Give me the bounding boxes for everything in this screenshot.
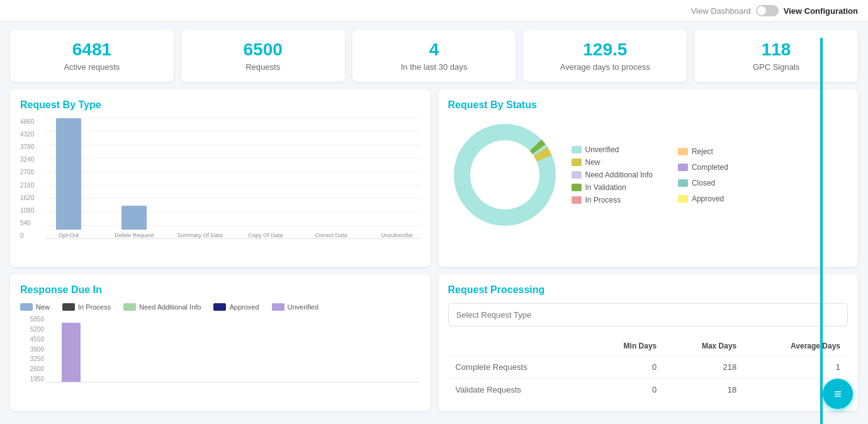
- y-label: 2600: [20, 365, 44, 372]
- bar-label: Correct Data: [315, 232, 347, 238]
- legend-label: In Process: [78, 303, 111, 311]
- bar-column: [239, 316, 291, 382]
- table-header: Min Days: [587, 337, 665, 356]
- legend-box: [20, 303, 33, 311]
- stat-label: In the last 30 days: [363, 62, 506, 72]
- legend-item-inline: Unverified: [272, 303, 319, 311]
- legend-label: Need Additional Info: [585, 170, 653, 179]
- y-label: 5850: [20, 316, 44, 323]
- bar-column: Correct Data: [308, 118, 354, 238]
- legend-item: Approved: [678, 192, 728, 204]
- request-by-status-card: Request By Status Unverified New Need Ad…: [438, 89, 859, 267]
- stat-card: 118 GPC Signals: [694, 30, 858, 82]
- bar-column: Summary Of Data: [177, 118, 223, 238]
- legend-item: New: [572, 158, 653, 167]
- legend-box: [213, 303, 226, 311]
- legend-item: Unverified: [572, 145, 653, 154]
- table-row: Complete Requests02181: [448, 356, 848, 379]
- legend-label: In Validation: [585, 183, 626, 192]
- request-processing-title: Request Processing: [448, 284, 848, 296]
- legend-label: New: [36, 303, 50, 311]
- row-value: 1: [744, 356, 848, 379]
- top-nav: View Dashboard View Configuration: [0, 0, 868, 22]
- y-label: 540: [20, 220, 42, 226]
- stat-label: Active requests: [20, 62, 164, 72]
- bar-label: Copy Of Data: [249, 232, 283, 238]
- legend-dot: [678, 195, 688, 203]
- y-label: 2160: [20, 182, 42, 189]
- stat-label: Average days to process: [533, 62, 677, 72]
- main-content: Request By Type 054010801620216027003240…: [0, 89, 868, 418]
- row-label: Complete Requests: [448, 356, 587, 379]
- y-label: 1950: [20, 376, 44, 382]
- stat-card: 6500 Requests: [181, 30, 345, 82]
- stat-card: 4 In the last 30 days: [352, 30, 516, 82]
- fab-icon: ≡: [834, 387, 842, 401]
- table-row: Validate Requests0181: [448, 379, 848, 401]
- dashboard-config-toggle[interactable]: [756, 5, 779, 16]
- bar-column: [110, 316, 162, 382]
- y-label: 3780: [20, 143, 42, 150]
- row-value: 18: [664, 379, 744, 401]
- stat-card: 129.5 Average days to process: [523, 30, 687, 82]
- legend-dot: [572, 146, 582, 153]
- legend-label: Unverified: [585, 145, 619, 154]
- legend-dot: [678, 148, 688, 155]
- request-by-type-title: Request By Type: [20, 99, 420, 111]
- stat-value: 6481: [20, 40, 164, 60]
- view-configuration-label[interactable]: View Configuration: [784, 6, 858, 16]
- legend-dot: [572, 171, 582, 179]
- donut-section: Unverified New Need Additional Info In V…: [448, 118, 848, 232]
- response-due-in-card: Response Due In New In Process Need Addi…: [10, 274, 431, 411]
- legend-label: Unverified: [288, 303, 319, 311]
- row-value: 218: [664, 356, 744, 379]
- select-request-type-input[interactable]: [448, 303, 848, 326]
- y-label: 3240: [20, 156, 42, 163]
- processing-table: Min DaysMax DaysAverage Days Complete Re…: [448, 337, 848, 401]
- y-label: 2700: [20, 169, 42, 176]
- stat-card: 6481 Active requests: [10, 30, 174, 82]
- legend-item-inline: New: [20, 303, 50, 311]
- stat-value: 4: [363, 40, 506, 60]
- bar-column: [303, 316, 356, 382]
- legend-dot: [678, 164, 688, 171]
- y-label: 5200: [20, 326, 44, 333]
- stat-value: 6500: [191, 40, 335, 60]
- legend-dot: [678, 179, 688, 187]
- stat-value: 129.5: [533, 40, 677, 60]
- bar-column: [368, 316, 420, 382]
- stat-label: Requests: [191, 62, 335, 72]
- y-label: 3250: [20, 355, 44, 362]
- request-processing-card: Request Processing Min DaysMax DaysAvera…: [438, 274, 859, 411]
- bar-label: Unsubscribe: [381, 232, 412, 238]
- legend-label: Need Additional Info: [139, 303, 201, 311]
- legend-label: Reject: [692, 147, 713, 156]
- legend-label: Approved: [229, 303, 259, 311]
- legend-item: Completed: [678, 161, 728, 173]
- y-label: 1620: [20, 194, 42, 201]
- legend-item-inline: Need Additional Info: [123, 303, 201, 311]
- legend-item-inline: In Process: [62, 303, 111, 311]
- y-label: 0: [20, 232, 42, 239]
- bar-column: Unsubscribe: [373, 118, 420, 238]
- legend-label: New: [585, 158, 600, 167]
- y-label: 4860: [20, 118, 42, 125]
- bar-rect: [62, 323, 81, 382]
- row-value: 0: [587, 356, 665, 379]
- view-dashboard-label[interactable]: View Dashboard: [691, 6, 751, 16]
- bar-label: Delete Request: [115, 232, 154, 238]
- legend-item-inline: Approved: [213, 303, 259, 311]
- response-due-in-title: Response Due In: [20, 284, 420, 296]
- table-header: Average Days: [744, 337, 848, 356]
- vertical-accent-bar: [820, 38, 823, 418]
- request-by-type-chart: 054010801620216027003240378043204860 Opt…: [20, 118, 420, 257]
- request-by-type-card: Request By Type 054010801620216027003240…: [10, 89, 431, 267]
- row-value: 0: [587, 379, 665, 401]
- bar-label: Summary Of Data: [178, 232, 223, 238]
- legend-label: Approved: [692, 194, 724, 203]
- table-header: Max Days: [664, 337, 744, 356]
- row-label: Validate Requests: [448, 379, 587, 401]
- y-label: 4550: [20, 336, 44, 343]
- fab-button[interactable]: ≡: [823, 379, 853, 409]
- legend-label: In Process: [585, 196, 621, 204]
